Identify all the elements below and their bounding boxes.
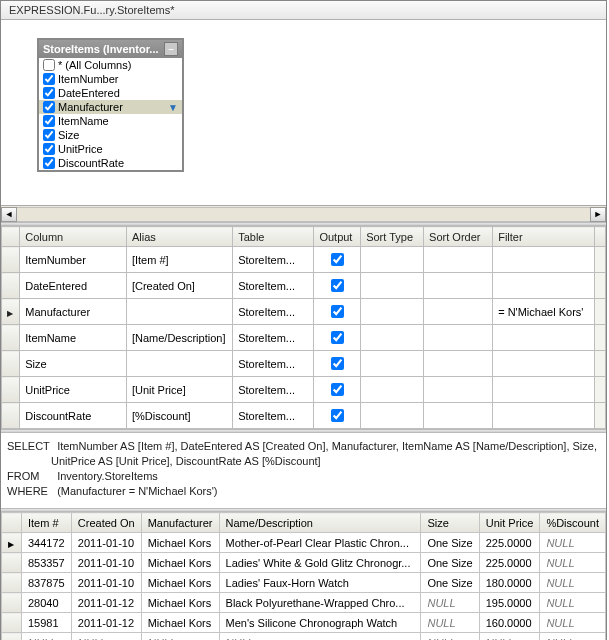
criteria-header[interactable]: Output <box>314 227 361 247</box>
criteria-cell[interactable] <box>314 403 361 429</box>
output-checkbox[interactable] <box>331 253 344 266</box>
column-item[interactable]: * (All Columns) <box>39 58 182 72</box>
criteria-cell[interactable]: ItemName <box>20 325 127 351</box>
results-cell[interactable]: NULL <box>540 613 606 633</box>
criteria-row-header[interactable] <box>2 247 20 273</box>
results-header[interactable]: Item # <box>22 513 72 533</box>
criteria-cell[interactable]: [Item #] <box>126 247 232 273</box>
results-header[interactable]: Created On <box>71 513 141 533</box>
results-cell[interactable]: 180.0000 <box>479 573 540 593</box>
scroll-right-button[interactable]: ► <box>590 207 606 222</box>
criteria-header[interactable]: Table <box>233 227 314 247</box>
criteria-cell[interactable]: [Created On] <box>126 273 232 299</box>
output-checkbox[interactable] <box>331 279 344 292</box>
results-cell[interactable]: NULL <box>540 573 606 593</box>
table-storeitems[interactable]: StoreItems (Inventor... – * (All Columns… <box>37 38 184 172</box>
results-grid[interactable]: Item #Created OnManufacturerName/Descrip… <box>1 512 606 640</box>
results-header[interactable]: Manufacturer <box>141 513 219 533</box>
criteria-cell[interactable] <box>314 273 361 299</box>
criteria-cell[interactable]: Manufacturer <box>20 299 127 325</box>
criteria-cell[interactable] <box>424 403 493 429</box>
criteria-cell[interactable]: = N'Michael Kors' <box>493 299 595 325</box>
results-header[interactable]: Name/Description <box>219 513 421 533</box>
criteria-cell[interactable]: UnitPrice <box>20 377 127 403</box>
output-checkbox[interactable] <box>331 409 344 422</box>
criteria-cell[interactable] <box>314 299 361 325</box>
output-checkbox[interactable] <box>331 357 344 370</box>
criteria-header[interactable]: Filter <box>493 227 595 247</box>
results-cell[interactable]: NULL <box>71 633 141 640</box>
criteria-cell[interactable]: StoreItem... <box>233 377 314 403</box>
criteria-cell[interactable]: StoreItem... <box>233 273 314 299</box>
column-checkbox[interactable] <box>43 87 55 99</box>
results-row-header[interactable] <box>2 613 22 633</box>
diagram-hscroll[interactable]: ◄ ► <box>1 205 606 222</box>
criteria-cell[interactable] <box>361 351 424 377</box>
criteria-row-header[interactable] <box>2 273 20 299</box>
results-cell[interactable]: 160.0000 <box>479 613 540 633</box>
criteria-row-header[interactable] <box>2 351 20 377</box>
criteria-cell[interactable] <box>314 247 361 273</box>
criteria-cell[interactable] <box>493 403 595 429</box>
results-cell[interactable]: 225.0000 <box>479 533 540 553</box>
results-cell[interactable]: 2011-01-12 <box>71 593 141 613</box>
results-row-header[interactable] <box>2 593 22 613</box>
criteria-cell[interactable]: StoreItem... <box>233 247 314 273</box>
criteria-cell[interactable]: [Unit Price] <box>126 377 232 403</box>
results-cell[interactable]: Michael Kors <box>141 593 219 613</box>
results-cell[interactable]: Mother-of-Pearl Clear Plastic Chron... <box>219 533 421 553</box>
criteria-grid[interactable]: ColumnAliasTableOutputSort TypeSort Orde… <box>1 226 606 429</box>
criteria-cell[interactable] <box>424 247 493 273</box>
results-row-header[interactable] <box>2 533 22 553</box>
results-cell[interactable]: 2011-01-10 <box>71 573 141 593</box>
criteria-row-header[interactable] <box>2 403 20 429</box>
sql-pane[interactable]: SELECT ItemNumber AS [Item #], DateEnter… <box>1 433 606 508</box>
results-header[interactable]: %Discount <box>540 513 606 533</box>
criteria-row-header[interactable] <box>2 377 20 403</box>
criteria-cell[interactable] <box>361 325 424 351</box>
criteria-cell[interactable]: StoreItem... <box>233 299 314 325</box>
column-item[interactable]: Manufacturer▼ <box>39 100 182 114</box>
results-cell[interactable]: Men's Silicone Chronograph Watch <box>219 613 421 633</box>
criteria-cell[interactable] <box>424 351 493 377</box>
minimize-icon[interactable]: – <box>164 42 178 56</box>
results-cell[interactable]: 853357 <box>22 553 72 573</box>
criteria-cell[interactable] <box>424 273 493 299</box>
criteria-cell[interactable]: Size <box>20 351 127 377</box>
column-checkbox[interactable] <box>43 115 55 127</box>
criteria-header[interactable]: Alias <box>126 227 232 247</box>
criteria-header[interactable]: Sort Type <box>361 227 424 247</box>
criteria-cell[interactable] <box>424 377 493 403</box>
diagram-pane[interactable]: StoreItems (Inventor... – * (All Columns… <box>1 20 606 205</box>
scroll-left-button[interactable]: ◄ <box>1 207 17 222</box>
criteria-cell[interactable] <box>361 247 424 273</box>
results-cell[interactable]: NULL <box>421 633 479 640</box>
output-checkbox[interactable] <box>331 331 344 344</box>
column-checkbox[interactable] <box>43 129 55 141</box>
results-cell[interactable]: Ladies' Faux-Horn Watch <box>219 573 421 593</box>
column-item[interactable]: ItemNumber <box>39 72 182 86</box>
criteria-row-header[interactable] <box>2 299 20 325</box>
criteria-header[interactable]: Column <box>20 227 127 247</box>
results-cell[interactable]: 225.0000 <box>479 553 540 573</box>
results-cell[interactable]: NULL <box>540 593 606 613</box>
criteria-cell[interactable]: StoreItem... <box>233 325 314 351</box>
results-cell[interactable]: Black Polyurethane-Wrapped Chro... <box>219 593 421 613</box>
results-cell[interactable]: Michael Kors <box>141 573 219 593</box>
results-cell[interactable]: Michael Kors <box>141 553 219 573</box>
column-checkbox[interactable] <box>43 101 55 113</box>
column-item[interactable]: UnitPrice <box>39 142 182 156</box>
results-cell[interactable]: 28040 <box>22 593 72 613</box>
criteria-cell[interactable] <box>126 299 232 325</box>
results-cell[interactable]: 2011-01-12 <box>71 613 141 633</box>
criteria-cell[interactable] <box>424 325 493 351</box>
column-item[interactable]: Size <box>39 128 182 142</box>
results-cell[interactable]: NULL <box>421 593 479 613</box>
criteria-cell[interactable] <box>424 299 493 325</box>
results-cell[interactable]: One Size <box>421 533 479 553</box>
column-item[interactable]: DateEntered <box>39 86 182 100</box>
results-cell[interactable]: Michael Kors <box>141 613 219 633</box>
output-checkbox[interactable] <box>331 305 344 318</box>
criteria-cell[interactable] <box>493 273 595 299</box>
criteria-cell[interactable] <box>361 299 424 325</box>
